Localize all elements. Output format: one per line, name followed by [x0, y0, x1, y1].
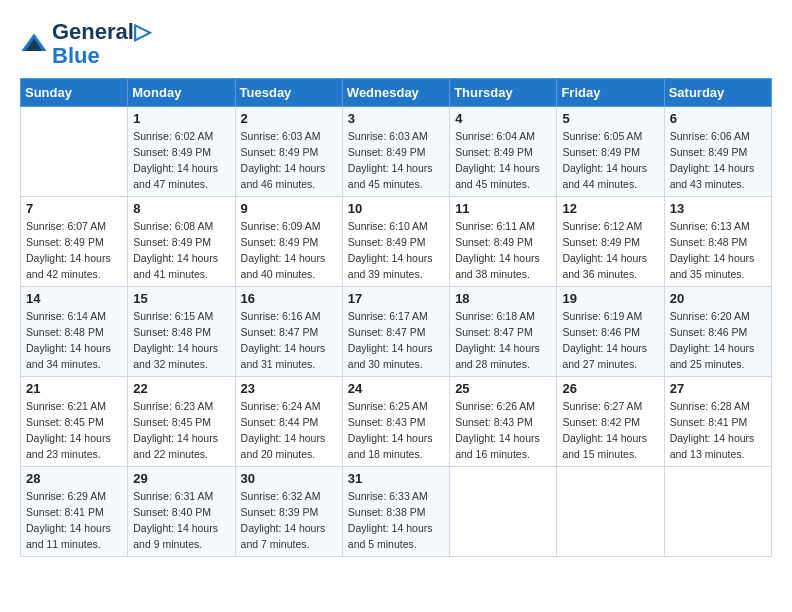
calendar-cell: [21, 107, 128, 197]
calendar-cell: 14Sunrise: 6:14 AM Sunset: 8:48 PM Dayli…: [21, 287, 128, 377]
day-info: Sunrise: 6:29 AM Sunset: 8:41 PM Dayligh…: [26, 489, 122, 552]
calendar-header-friday: Friday: [557, 79, 664, 107]
calendar-cell: 29Sunrise: 6:31 AM Sunset: 8:40 PM Dayli…: [128, 467, 235, 557]
day-number: 30: [241, 471, 337, 486]
day-info: Sunrise: 6:03 AM Sunset: 8:49 PM Dayligh…: [348, 129, 444, 192]
day-number: 10: [348, 201, 444, 216]
calendar-header-saturday: Saturday: [664, 79, 771, 107]
calendar-cell: 5Sunrise: 6:05 AM Sunset: 8:49 PM Daylig…: [557, 107, 664, 197]
day-number: 29: [133, 471, 229, 486]
logo: General▷ Blue: [20, 20, 151, 68]
calendar-cell: 12Sunrise: 6:12 AM Sunset: 8:49 PM Dayli…: [557, 197, 664, 287]
calendar-cell: 3Sunrise: 6:03 AM Sunset: 8:49 PM Daylig…: [342, 107, 449, 197]
calendar-cell: 20Sunrise: 6:20 AM Sunset: 8:46 PM Dayli…: [664, 287, 771, 377]
calendar-cell: 31Sunrise: 6:33 AM Sunset: 8:38 PM Dayli…: [342, 467, 449, 557]
calendar-cell: 17Sunrise: 6:17 AM Sunset: 8:47 PM Dayli…: [342, 287, 449, 377]
day-info: Sunrise: 6:10 AM Sunset: 8:49 PM Dayligh…: [348, 219, 444, 282]
calendar-header-sunday: Sunday: [21, 79, 128, 107]
day-info: Sunrise: 6:06 AM Sunset: 8:49 PM Dayligh…: [670, 129, 766, 192]
day-info: Sunrise: 6:07 AM Sunset: 8:49 PM Dayligh…: [26, 219, 122, 282]
day-info: Sunrise: 6:28 AM Sunset: 8:41 PM Dayligh…: [670, 399, 766, 462]
day-info: Sunrise: 6:08 AM Sunset: 8:49 PM Dayligh…: [133, 219, 229, 282]
day-number: 25: [455, 381, 551, 396]
day-info: Sunrise: 6:17 AM Sunset: 8:47 PM Dayligh…: [348, 309, 444, 372]
day-info: Sunrise: 6:15 AM Sunset: 8:48 PM Dayligh…: [133, 309, 229, 372]
page-header: General▷ Blue: [20, 20, 772, 68]
calendar-header-thursday: Thursday: [450, 79, 557, 107]
day-number: 17: [348, 291, 444, 306]
calendar-cell: [664, 467, 771, 557]
calendar-cell: 16Sunrise: 6:16 AM Sunset: 8:47 PM Dayli…: [235, 287, 342, 377]
day-info: Sunrise: 6:31 AM Sunset: 8:40 PM Dayligh…: [133, 489, 229, 552]
day-info: Sunrise: 6:02 AM Sunset: 8:49 PM Dayligh…: [133, 129, 229, 192]
calendar-cell: 18Sunrise: 6:18 AM Sunset: 8:47 PM Dayli…: [450, 287, 557, 377]
day-number: 18: [455, 291, 551, 306]
day-info: Sunrise: 6:03 AM Sunset: 8:49 PM Dayligh…: [241, 129, 337, 192]
day-number: 28: [26, 471, 122, 486]
calendar-cell: 23Sunrise: 6:24 AM Sunset: 8:44 PM Dayli…: [235, 377, 342, 467]
day-info: Sunrise: 6:21 AM Sunset: 8:45 PM Dayligh…: [26, 399, 122, 462]
calendar-cell: 24Sunrise: 6:25 AM Sunset: 8:43 PM Dayli…: [342, 377, 449, 467]
day-info: Sunrise: 6:20 AM Sunset: 8:46 PM Dayligh…: [670, 309, 766, 372]
calendar-cell: 4Sunrise: 6:04 AM Sunset: 8:49 PM Daylig…: [450, 107, 557, 197]
calendar-header-wednesday: Wednesday: [342, 79, 449, 107]
logo-text: General▷ Blue: [52, 20, 151, 68]
day-number: 12: [562, 201, 658, 216]
day-number: 1: [133, 111, 229, 126]
calendar-cell: 7Sunrise: 6:07 AM Sunset: 8:49 PM Daylig…: [21, 197, 128, 287]
logo-icon: [20, 30, 48, 58]
calendar-cell: 8Sunrise: 6:08 AM Sunset: 8:49 PM Daylig…: [128, 197, 235, 287]
calendar-cell: 10Sunrise: 6:10 AM Sunset: 8:49 PM Dayli…: [342, 197, 449, 287]
day-info: Sunrise: 6:23 AM Sunset: 8:45 PM Dayligh…: [133, 399, 229, 462]
day-number: 19: [562, 291, 658, 306]
day-number: 2: [241, 111, 337, 126]
calendar-cell: 28Sunrise: 6:29 AM Sunset: 8:41 PM Dayli…: [21, 467, 128, 557]
calendar-cell: 21Sunrise: 6:21 AM Sunset: 8:45 PM Dayli…: [21, 377, 128, 467]
day-number: 14: [26, 291, 122, 306]
day-number: 31: [348, 471, 444, 486]
day-number: 7: [26, 201, 122, 216]
calendar-cell: 30Sunrise: 6:32 AM Sunset: 8:39 PM Dayli…: [235, 467, 342, 557]
day-info: Sunrise: 6:13 AM Sunset: 8:48 PM Dayligh…: [670, 219, 766, 282]
calendar-cell: 9Sunrise: 6:09 AM Sunset: 8:49 PM Daylig…: [235, 197, 342, 287]
day-number: 23: [241, 381, 337, 396]
day-info: Sunrise: 6:19 AM Sunset: 8:46 PM Dayligh…: [562, 309, 658, 372]
calendar-cell: 22Sunrise: 6:23 AM Sunset: 8:45 PM Dayli…: [128, 377, 235, 467]
calendar-cell: [450, 467, 557, 557]
day-info: Sunrise: 6:26 AM Sunset: 8:43 PM Dayligh…: [455, 399, 551, 462]
day-info: Sunrise: 6:32 AM Sunset: 8:39 PM Dayligh…: [241, 489, 337, 552]
calendar-cell: 19Sunrise: 6:19 AM Sunset: 8:46 PM Dayli…: [557, 287, 664, 377]
day-number: 6: [670, 111, 766, 126]
day-info: Sunrise: 6:04 AM Sunset: 8:49 PM Dayligh…: [455, 129, 551, 192]
day-number: 21: [26, 381, 122, 396]
day-info: Sunrise: 6:14 AM Sunset: 8:48 PM Dayligh…: [26, 309, 122, 372]
day-number: 22: [133, 381, 229, 396]
calendar-cell: 25Sunrise: 6:26 AM Sunset: 8:43 PM Dayli…: [450, 377, 557, 467]
calendar-table: SundayMondayTuesdayWednesdayThursdayFrid…: [20, 78, 772, 557]
day-info: Sunrise: 6:16 AM Sunset: 8:47 PM Dayligh…: [241, 309, 337, 372]
day-number: 3: [348, 111, 444, 126]
calendar-cell: 27Sunrise: 6:28 AM Sunset: 8:41 PM Dayli…: [664, 377, 771, 467]
day-info: Sunrise: 6:11 AM Sunset: 8:49 PM Dayligh…: [455, 219, 551, 282]
day-number: 27: [670, 381, 766, 396]
day-info: Sunrise: 6:24 AM Sunset: 8:44 PM Dayligh…: [241, 399, 337, 462]
calendar-cell: 15Sunrise: 6:15 AM Sunset: 8:48 PM Dayli…: [128, 287, 235, 377]
day-number: 8: [133, 201, 229, 216]
day-info: Sunrise: 6:05 AM Sunset: 8:49 PM Dayligh…: [562, 129, 658, 192]
calendar-cell: 26Sunrise: 6:27 AM Sunset: 8:42 PM Dayli…: [557, 377, 664, 467]
day-number: 13: [670, 201, 766, 216]
day-number: 5: [562, 111, 658, 126]
day-number: 26: [562, 381, 658, 396]
calendar-cell: 1Sunrise: 6:02 AM Sunset: 8:49 PM Daylig…: [128, 107, 235, 197]
day-number: 15: [133, 291, 229, 306]
calendar-header-tuesday: Tuesday: [235, 79, 342, 107]
day-number: 20: [670, 291, 766, 306]
day-info: Sunrise: 6:27 AM Sunset: 8:42 PM Dayligh…: [562, 399, 658, 462]
day-number: 9: [241, 201, 337, 216]
day-number: 11: [455, 201, 551, 216]
calendar-cell: 6Sunrise: 6:06 AM Sunset: 8:49 PM Daylig…: [664, 107, 771, 197]
calendar-cell: 13Sunrise: 6:13 AM Sunset: 8:48 PM Dayli…: [664, 197, 771, 287]
calendar-cell: 11Sunrise: 6:11 AM Sunset: 8:49 PM Dayli…: [450, 197, 557, 287]
day-info: Sunrise: 6:09 AM Sunset: 8:49 PM Dayligh…: [241, 219, 337, 282]
day-number: 4: [455, 111, 551, 126]
